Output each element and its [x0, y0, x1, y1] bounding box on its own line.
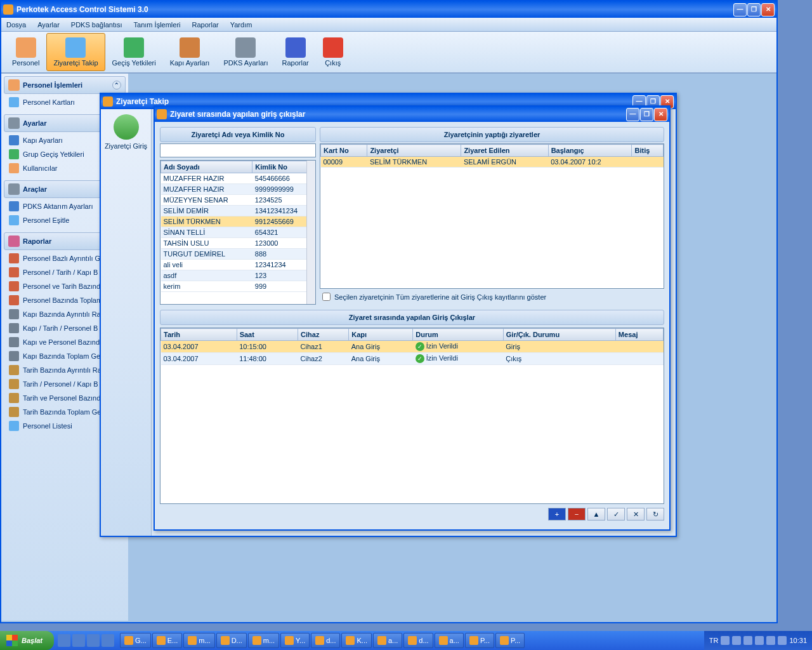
- zt-side-label[interactable]: Ziyaretçi Giriş: [103, 142, 148, 150]
- taskbar-task[interactable]: a...: [435, 633, 464, 648]
- tray-icon[interactable]: [755, 636, 764, 645]
- column-header[interactable]: Saat: [237, 329, 298, 341]
- maximize-button[interactable]: ❐: [747, 3, 761, 17]
- column-header[interactable]: Kart No: [321, 145, 367, 157]
- column-header[interactable]: Cihaz: [298, 329, 349, 341]
- column-header[interactable]: Durum: [413, 329, 504, 341]
- taskbar-task[interactable]: a...: [373, 633, 402, 648]
- toolbar-pdks-ayarları[interactable]: PDKS Ayarları: [216, 33, 275, 71]
- taskbar-task[interactable]: K...: [341, 633, 372, 648]
- item-icon: [9, 351, 19, 361]
- search-input[interactable]: [160, 143, 316, 157]
- table-row[interactable]: 03.04.200710:15:00Cihaz1Ana Giriş✓İzin V…: [161, 341, 664, 353]
- menu-item[interactable]: Yardım: [230, 21, 252, 29]
- table-row[interactable]: ali veli12341234: [161, 260, 315, 270]
- people-table[interactable]: Adı SoyadıKimlik NoMUZAFFER HAZIR5454666…: [160, 160, 316, 305]
- menu-item[interactable]: PDKS bağlantısı: [71, 21, 122, 29]
- column-header[interactable]: Ziyaretçi: [367, 145, 461, 157]
- taskbar-task[interactable]: P...: [465, 633, 494, 648]
- minimize-button[interactable]: —: [733, 3, 747, 17]
- column-header[interactable]: Adı Soyadı: [161, 161, 252, 173]
- menu-item[interactable]: Dosya: [6, 21, 26, 29]
- toolbar-kapı-ayarları[interactable]: Kapı Ayarları: [163, 33, 217, 71]
- gc-icon: [157, 109, 167, 119]
- table-cell: 999: [252, 281, 315, 292]
- table-row[interactable]: TAHSİN USLU123000: [161, 238, 315, 249]
- item-label: Tarih Bazında Toplam Ge: [23, 408, 101, 416]
- taskbar-task[interactable]: d...: [403, 633, 433, 648]
- task-icon: [469, 636, 478, 645]
- quick-launch-icon[interactable]: [102, 634, 114, 647]
- language-indicator[interactable]: TR: [709, 637, 719, 644]
- nav-cancel-button[interactable]: ✕: [627, 508, 645, 521]
- taskbar-task[interactable]: G...: [120, 633, 151, 648]
- taskbar-task[interactable]: m...: [248, 633, 279, 648]
- menu-item[interactable]: Raporlar: [192, 21, 219, 29]
- table-row[interactable]: asdf123: [161, 270, 315, 281]
- close-button[interactable]: ✕: [761, 3, 775, 17]
- tray-icon[interactable]: [778, 636, 787, 645]
- column-header[interactable]: Başlangıç: [548, 145, 632, 157]
- io-table-container[interactable]: TarihSaatCihazKapıDurumGir/Çık. DurumuMe…: [160, 328, 664, 504]
- tray-icon[interactable]: [766, 636, 775, 645]
- toolbar-personel[interactable]: Personel: [5, 33, 46, 71]
- table-row[interactable]: MÜZEYYEN SENAR1234525: [161, 195, 315, 206]
- column-header[interactable]: Kapı: [349, 329, 413, 341]
- taskbar-task[interactable]: E...: [152, 633, 183, 648]
- column-header[interactable]: Bitiş: [632, 145, 664, 157]
- item-icon: [9, 337, 19, 347]
- toolbar-çıkış[interactable]: Çıkış: [316, 33, 350, 71]
- column-header[interactable]: Ziyaret Edilen: [461, 145, 548, 157]
- toolbar-raporlar[interactable]: Raporlar: [275, 33, 316, 71]
- taskbar-task[interactable]: P...: [495, 633, 525, 648]
- quick-launch-icon[interactable]: [58, 634, 70, 647]
- tray-icon[interactable]: [743, 636, 752, 645]
- start-button[interactable]: Başlat: [0, 631, 54, 650]
- people-scrollbar[interactable]: [306, 161, 315, 304]
- menu-item[interactable]: Ayarlar: [37, 21, 60, 29]
- column-header[interactable]: Tarih: [161, 329, 237, 341]
- table-row[interactable]: 03.04.200711:48:00Cihaz2Ana Giriş✓İzin V…: [161, 353, 664, 365]
- table-row[interactable]: MUZAFFER HAZIR545466666: [161, 173, 315, 184]
- nav-delete-button[interactable]: −: [568, 508, 586, 521]
- task-label: d...: [419, 637, 428, 644]
- table-row[interactable]: SİNAN TELLİ654321: [161, 227, 315, 238]
- sidebar-group-header[interactable]: Personel İşlemleri⌃: [4, 76, 126, 94]
- visits-table[interactable]: Kart NoZiyaretçiZiyaret EdilenBaşlangıçB…: [320, 143, 664, 289]
- table-row[interactable]: TURGUT DEMİREL888: [161, 249, 315, 260]
- table-row[interactable]: SELİM TÜRKMEN9912455669: [161, 216, 315, 227]
- taskbar-task[interactable]: D...: [216, 633, 247, 648]
- nav-up-button[interactable]: ▲: [587, 508, 605, 521]
- gc-close-button[interactable]: ✕: [654, 108, 667, 121]
- quick-launch-icon[interactable]: [72, 634, 85, 647]
- toolbar-geçiş-yetkileri[interactable]: Geçiş Yetkileri: [105, 33, 163, 71]
- gc-right-header: Ziyaretçinin yaptığı ziyaretler: [320, 127, 664, 142]
- taskbar-task[interactable]: Y...: [280, 633, 310, 648]
- quick-launch-icon[interactable]: [87, 634, 100, 647]
- taskbar-task[interactable]: d...: [311, 633, 340, 648]
- tray-icon[interactable]: [721, 636, 730, 645]
- show-all-checkbox-row: Seçilen ziyaretçinin Tüm ziyaretlerine a…: [320, 289, 664, 305]
- table-row[interactable]: 00009SELİM TÜRKMENSELAMİ ERGÜN03.04.2007…: [321, 157, 664, 168]
- task-icon: [285, 636, 294, 645]
- show-all-checkbox[interactable]: [322, 293, 331, 301]
- gc-maximize-button[interactable]: ❐: [640, 108, 653, 121]
- table-row[interactable]: MUZAFFER HAZIR9999999999: [161, 184, 315, 195]
- table-cell: 123: [252, 270, 315, 281]
- column-header[interactable]: Kimlik No: [252, 161, 315, 173]
- item-label: Tarih / Personel / Kapı B: [23, 380, 98, 388]
- nav-add-button[interactable]: +: [548, 508, 566, 521]
- menu-item[interactable]: Tanım İşlemleri: [134, 21, 181, 29]
- tray-icon[interactable]: [732, 636, 741, 645]
- gc-minimize-button[interactable]: —: [626, 108, 639, 121]
- toolbar-ziyaretçi-takip[interactable]: Ziyaretçi Takip: [46, 33, 105, 71]
- column-header[interactable]: Gir/Çık. Durumu: [503, 329, 615, 341]
- nav-refresh-button[interactable]: ↻: [646, 508, 664, 521]
- table-row[interactable]: SELİM DEMİR13412341234: [161, 206, 315, 216]
- taskbar-task[interactable]: m...: [183, 633, 214, 648]
- table-row[interactable]: kerim999: [161, 281, 315, 292]
- nav-confirm-button[interactable]: ✓: [607, 508, 625, 521]
- clock[interactable]: 10:31: [789, 637, 807, 644]
- item-icon: [9, 309, 19, 319]
- column-header[interactable]: Mesaj: [615, 329, 663, 341]
